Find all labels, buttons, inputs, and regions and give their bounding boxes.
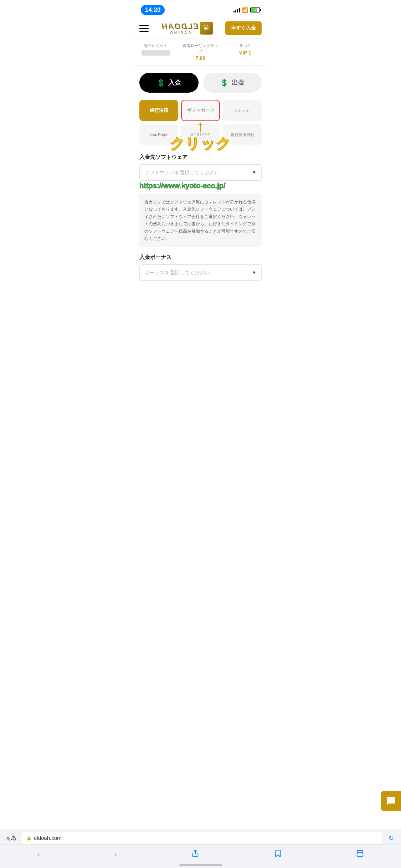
payment-bank-auto-label: 銀行決済自動 [231,132,254,138]
total-credit-stat: 総クレジット [134,39,178,65]
battery-icon: ⚡ [250,7,260,12]
rolling-chip-value: 7.00 [181,55,220,61]
payment-bitcoin[interactable]: bitcoin [223,100,262,121]
logo-sub-text: CASINO [169,31,191,35]
bonus-select-wrapper[interactable]: ボーナスを選択してください ▼ [139,264,262,281]
payment-giftcard[interactable]: ギフトカード [181,100,220,121]
deposit-tab-label: 入金 [168,78,181,87]
logo: ELDOAH CASINO 🏛 [161,22,213,35]
bonus-label: 入金ボーナス [139,254,262,261]
rolling-chip-stat: 保有ローリングチップ 7.00 [178,39,223,65]
payment-stripay[interactable]: STRIPAY [181,124,220,145]
main-content: 💲 入金 💲 出金 銀行決済 ギフトカード bitcoin ecoPayz [134,66,267,324]
hamburger-menu[interactable] [139,25,149,32]
software-select[interactable]: ソフトウェアを選択してください [140,165,261,180]
withdraw-tab[interactable]: 💲 出金 [203,73,262,93]
payment-ecopayz[interactable]: ecoPayz [139,124,178,145]
software-label: 入金先ソフトウェア [139,154,262,161]
logo-text-block: ELDOAH CASINO [161,22,199,35]
signal-icon [233,7,240,12]
payment-section: 銀行決済 ギフトカード bitcoin ecoPayz STRIPAY 銀行決済… [139,100,262,145]
deposit-tab[interactable]: 💲 入金 [139,73,199,93]
software-section: 入金先ソフトウェア ソフトウェアを選択してください ▼ https://www.… [139,154,262,247]
withdraw-tab-label: 出金 [232,78,245,87]
status-icons: 📶 ⚡ [233,7,260,13]
deposit-icon: 💲 [156,78,165,87]
bonus-section: 入金ボーナス ボーナスを選択してください ▼ [139,254,262,281]
watermark-url: https://www.kyoto-eco.jp/ [139,181,262,191]
status-time: 14:20 [141,5,165,15]
payment-ecopayz-label: ecoPayz [150,132,167,137]
payment-stripay-label: STRIPAY [190,132,211,137]
bonus-select[interactable]: ボーナスを選択してください [140,265,261,280]
total-credit-value [142,50,170,56]
rank-stat: ランク VIP 1 [223,39,267,65]
withdraw-icon: 💲 [220,78,229,87]
logo-icon: 🏛 [200,22,213,35]
total-credit-label: 総クレジット [137,43,175,48]
payment-bank-label: 銀行決済 [150,107,168,114]
tab-row: 💲 入金 💲 出金 [139,73,262,93]
header: ELDOAH CASINO 🏛 今すぐ入金 [134,18,267,39]
deposit-header-button[interactable]: 今すぐ入金 [225,21,262,35]
status-bar: 14:20 📶 ⚡ [134,0,267,18]
rank-value: VIP 1 [226,50,264,56]
payment-bank[interactable]: 銀行決済 [139,100,178,121]
software-info-box: 当カジノではソフトウェア毎にウォレットが分かれる仕様となっております。入金先ソフ… [139,193,262,247]
software-select-wrapper[interactable]: ソフトウェアを選択してください ▼ [139,164,262,181]
rank-label: ランク [226,43,264,48]
logo-main-text: ELDOAH [161,22,199,31]
payment-bank-auto[interactable]: 銀行決済自動 [223,124,262,145]
payment-giftcard-label: ギフトカード [187,107,215,114]
rolling-chip-label: 保有ローリングチップ [181,43,220,54]
payment-grid: 銀行決済 ギフトカード bitcoin ecoPayz STRIPAY 銀行決済… [139,100,262,145]
wifi-icon: 📶 [242,7,248,13]
payment-bitcoin-label: bitcoin [235,108,250,114]
stats-bar: 総クレジット 保有ローリングチップ 7.00 ランク VIP 1 [134,39,267,66]
